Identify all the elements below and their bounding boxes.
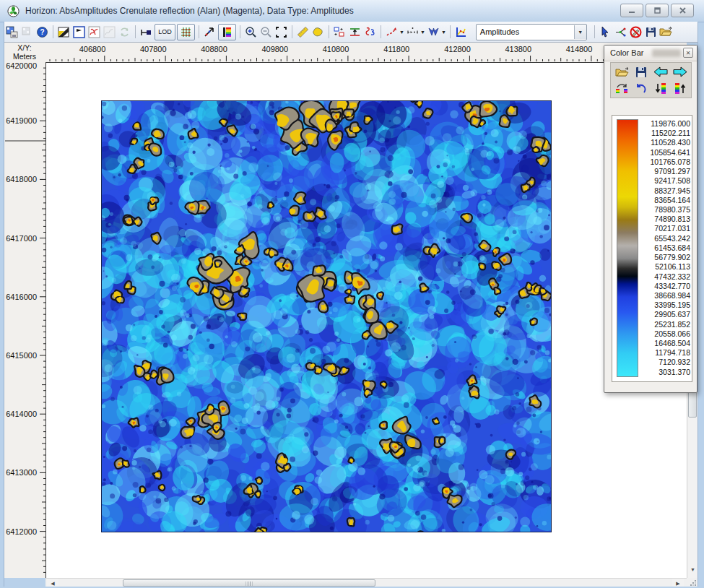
amplitude-map[interactable]	[101, 100, 552, 532]
ruler-left-label: 6419000	[6, 116, 37, 125]
wiggle-trace-icon[interactable]	[203, 25, 217, 39]
ruler-left-label: 6413000	[6, 468, 37, 477]
culture-disabled-icon	[103, 25, 116, 39]
open-folder-icon[interactable]	[659, 25, 673, 39]
toolbar-separator	[135, 25, 136, 38]
scroll-down-button[interactable]: ▼	[687, 563, 698, 576]
close-button[interactable]	[671, 4, 694, 17]
minimize-button[interactable]	[620, 4, 643, 17]
toolbar-separator	[450, 25, 451, 38]
title-bar: Horizon: AbsAmplitudes Crenulate reflect…	[0, 0, 704, 22]
colorbar-value: 16468.504	[640, 339, 691, 348]
ruler-unit-line2: Meters	[4, 52, 45, 61]
posting-icon[interactable]	[333, 25, 347, 39]
toolbar-separator	[292, 25, 292, 38]
horizontal-scroll-thumb[interactable]	[123, 579, 375, 587]
colorbar-panel: Color Bar ✕ 119876.000115202.211110528.4…	[604, 45, 698, 393]
colorbar-value: 119876.000	[640, 119, 691, 129]
polygon-tool-icon[interactable]	[311, 25, 325, 39]
colorbar-values: 119876.000115202.211110528.430105854.641…	[640, 119, 691, 379]
contour-draw-icon[interactable]	[385, 25, 399, 39]
contour-draw-dropdown-arrow[interactable]: ▼	[399, 30, 404, 35]
pointer-icon[interactable]	[599, 25, 612, 39]
colorbar-value: 3031.370	[640, 368, 691, 377]
toolbar-separator	[381, 25, 381, 38]
zoom-out-icon[interactable]	[259, 25, 273, 39]
colorbar-value: 11794.718	[640, 348, 691, 358]
restore-button[interactable]	[646, 4, 669, 17]
flowline-icon[interactable]	[406, 25, 420, 39]
data-type-dropdown[interactable]: Amplitudes ▼	[476, 24, 587, 40]
colorbar-value: 78980.375	[640, 205, 691, 215]
section-tool-icon[interactable]	[139, 25, 153, 39]
measure-ruler-icon[interactable]	[296, 25, 310, 39]
save-icon[interactable]	[644, 25, 658, 39]
toolbar-separator	[240, 25, 240, 38]
colorbar-value: 43342.770	[640, 282, 691, 291]
scroll-thumb-grip	[246, 581, 253, 586]
flowline-dropdown-arrow[interactable]: ▼	[420, 30, 425, 35]
toolbar-separator	[53, 25, 53, 38]
export-map-icon[interactable]	[5, 25, 19, 39]
window-border-right	[698, 0, 704, 588]
dropdown-arrow-button[interactable]: ▼	[574, 25, 586, 39]
ruler-top-label: 413800	[505, 45, 531, 53]
zoom-in-icon[interactable]	[244, 25, 258, 39]
lod-toggle-button[interactable]: LOD	[155, 24, 175, 40]
annotation-icon[interactable]	[363, 25, 377, 39]
flag-icon[interactable]	[72, 25, 86, 39]
ruler-top-label: 409800	[261, 45, 288, 53]
colorbar-save-icon[interactable]	[632, 64, 651, 80]
colorbar-next-icon[interactable]	[671, 64, 690, 80]
colorbar-value: 20558.066	[640, 329, 691, 339]
culture-icon[interactable]	[87, 25, 101, 39]
colorbar-prev-icon[interactable]	[651, 64, 670, 80]
colorbar-value: 70217.031	[640, 224, 691, 233]
ruler-top-label: 411800	[383, 45, 409, 53]
export-map-disabled-icon	[20, 25, 34, 39]
ruler-top-label: 406800	[79, 45, 106, 53]
help-icon[interactable]: ?	[35, 25, 49, 39]
colorbar-value: 47432.332	[640, 272, 691, 282]
colorbar-value: 74890.813	[640, 215, 691, 224]
colorbar-panel-titlebar[interactable]: Color Bar ✕	[604, 46, 697, 61]
toolbar-separator	[329, 25, 329, 38]
layers-icon[interactable]	[57, 25, 71, 39]
colorbar-shift-down-icon[interactable]	[651, 80, 670, 97]
colorbar-value: 25231.852	[640, 320, 691, 329]
crossplot-icon[interactable]	[454, 25, 468, 39]
window-title: Horizon: AbsAmplitudes Crenulate reflect…	[25, 6, 354, 16]
ruler-left-label: 6417000	[6, 234, 37, 243]
data-type-value: Amplitudes	[477, 27, 574, 36]
ruler-left: 6420000641900064180006417000641600064150…	[4, 62, 45, 578]
no-edit-icon[interactable]	[629, 25, 643, 39]
colorbar-shift-up-icon[interactable]	[671, 80, 690, 97]
colorbar-value: 7120.932	[640, 358, 691, 367]
ruler-left-label: 6414000	[6, 410, 37, 418]
map-view-area[interactable]	[45, 62, 687, 578]
fault-polygon-icon[interactable]	[427, 25, 440, 39]
colorbar-value: 83654.164	[640, 196, 691, 205]
colorbar-close-button[interactable]: ✕	[683, 48, 693, 58]
colorbar-value: 88327.945	[640, 186, 691, 196]
ruler-top-label: 412800	[444, 45, 471, 53]
colorbar-rotate-icon[interactable]	[612, 80, 631, 97]
fault-polygon-dropdown-arrow[interactable]: ▼	[441, 30, 446, 35]
node-edit-icon[interactable]	[614, 25, 627, 39]
colorbar-value: 110528.430	[640, 138, 691, 147]
toolbar-separator	[594, 25, 595, 38]
colorbar-open-icon[interactable]	[612, 64, 631, 80]
colorbar-value: 38668.984	[640, 291, 691, 301]
grid-toggle-button[interactable]	[177, 24, 195, 40]
colorbar-gradient	[617, 119, 638, 377]
colorbar-value: 56779.902	[640, 253, 691, 262]
datum-shift-icon[interactable]	[348, 25, 362, 39]
colorbar-undo-icon[interactable]	[632, 80, 651, 97]
colorbar-toggle-button[interactable]	[218, 24, 236, 40]
colorbar-value: 92417.508	[640, 176, 691, 186]
zoom-extent-icon[interactable]	[274, 25, 288, 39]
ruler-left-label: 6416000	[6, 293, 37, 301]
window-border-left	[0, 0, 4, 588]
ruler-unit-line1: X/Y:	[4, 43, 45, 52]
ruler-corner-label: X/Y: Meters	[4, 42, 45, 62]
